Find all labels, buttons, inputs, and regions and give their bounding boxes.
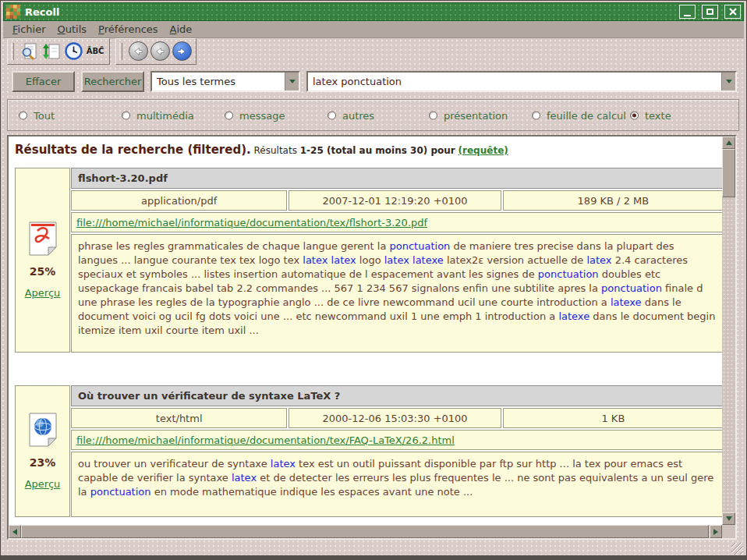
scrollbar-corner [722, 525, 735, 538]
next-page-button[interactable] [171, 41, 193, 62]
toolbar-group-tools: ÂBĈ [7, 38, 110, 65]
document-sort-icon [42, 42, 61, 61]
search-mode-value: Tous les termes [152, 76, 285, 87]
sort-parameters-button[interactable] [41, 41, 62, 62]
advanced-search-button[interactable] [19, 41, 41, 62]
scroll-right-button[interactable] [710, 525, 722, 538]
menu-bar: Fichier Outils Préférences Aide [3, 21, 744, 38]
clear-button[interactable]: Effacer [12, 71, 75, 92]
relevance-percent: 23% [30, 456, 56, 469]
toolbar-handle[interactable] [11, 43, 14, 60]
search-button[interactable]: Rechercher [81, 71, 144, 92]
scroll-up-button[interactable] [722, 136, 735, 149]
result-url-link[interactable]: file:///home/michael/informatique/docume… [76, 434, 455, 446]
result-size: 1 KB [503, 408, 722, 428]
vertical-scrollbar-track[interactable] [722, 197, 735, 512]
html-file-icon [28, 413, 58, 447]
filter-message[interactable]: message [225, 109, 285, 121]
result-title: flshort-3.20.pdf [71, 168, 722, 189]
minimize-button[interactable] [679, 5, 696, 19]
toolbar-group-navigation [115, 38, 196, 65]
toolbar-handle[interactable] [119, 43, 122, 60]
result-side-panel: 23% Aperçu [15, 385, 70, 517]
horizontal-scrollbar[interactable] [9, 525, 722, 538]
arrow-left-icon [129, 41, 148, 61]
title-bar: Recoll [3, 2, 744, 21]
resize-grip[interactable] [731, 543, 743, 555]
preview-link[interactable]: Aperçu [25, 287, 61, 299]
result-item: 23% Aperçu Où trouver un vérificateur de… [15, 385, 722, 517]
result-url-row: file:///home/michael/informatique/docume… [71, 430, 722, 450]
menu-aide[interactable]: Aide [170, 23, 193, 35]
radio-icon[interactable] [122, 111, 130, 119]
filter-texte[interactable]: texte [630, 109, 671, 121]
vertical-scrollbar[interactable] [722, 136, 735, 525]
category-filter-panel: Tout multimédia message autres présentat… [7, 99, 739, 131]
close-icon [729, 8, 737, 16]
result-side-panel: 25% Aperçu [15, 168, 70, 353]
scroll-left-button[interactable] [9, 525, 21, 538]
chevron-down-icon [726, 80, 732, 83]
menu-preferences[interactable]: Préférences [98, 23, 158, 35]
query-history-dropdown-button[interactable] [721, 73, 735, 90]
radio-icon[interactable] [19, 111, 27, 119]
result-snippet: ou trouver un verificateur de syntaxe la… [71, 452, 722, 517]
filter-presentation[interactable]: présentation [429, 109, 508, 121]
recoll-window: Recoll Fichier Outils Préférences Aide [0, 0, 747, 560]
arrow-down-icon [726, 516, 732, 521]
result-mime: application/pdf [71, 190, 287, 211]
filter-multimedia[interactable]: multimédia [122, 109, 194, 121]
results-viewport: Résultats de la recherche (filtered). Ré… [9, 136, 722, 525]
result-date: 2007-12-01 12:19:20 +0100 [289, 190, 501, 211]
minimize-icon [684, 15, 691, 16]
radio-icon[interactable] [532, 111, 540, 119]
dropdown-button[interactable] [285, 73, 299, 90]
filter-autres[interactable]: autres [327, 109, 374, 121]
maximize-button[interactable] [702, 5, 718, 19]
recoll-app-icon [6, 5, 20, 19]
query-combobox [306, 71, 737, 92]
result-main: flshort-3.20.pdf application/pdf 2007-12… [71, 168, 722, 353]
result-url-link[interactable]: file:///home/michael/informatique/docume… [76, 217, 427, 229]
results-title: Résultats de la recherche (filtered). [15, 143, 251, 157]
term-explorer-button[interactable]: ÂBĈ [84, 41, 106, 62]
search-mode-select[interactable]: Tous les termes [150, 71, 300, 92]
radio-icon[interactable] [429, 111, 437, 119]
close-button[interactable] [724, 5, 741, 19]
pdf-file-icon [28, 222, 58, 256]
maximize-icon [706, 9, 713, 15]
menu-fichier[interactable]: Fichier [12, 23, 46, 35]
result-meta-row: application/pdf 2007-12-01 12:19:20 +010… [71, 190, 722, 211]
radio-icon[interactable] [630, 111, 639, 119]
filter-feuille-de-calcul[interactable]: feuille de calcul [532, 109, 626, 121]
search-query-input[interactable] [308, 76, 721, 87]
arrow-left-icon [12, 529, 17, 535]
first-page-button[interactable] [127, 41, 149, 62]
results-area: Résultats de la recherche (filtered). Ré… [7, 135, 737, 540]
relevance-percent: 25% [30, 265, 56, 278]
tool-bar: ÂBĈ [3, 38, 744, 64]
result-main: Où trouver un vérificateur de syntaxe La… [71, 385, 722, 517]
arrow-right-icon [172, 41, 192, 61]
filter-tout[interactable]: Tout [19, 109, 55, 121]
window-title: Recoll [25, 6, 673, 18]
scroll-down-button[interactable] [722, 512, 735, 525]
arrow-up-icon [726, 140, 732, 145]
results-range: 1-25 (total au moins 30) pour [300, 145, 455, 156]
document-magnifier-icon [20, 42, 39, 61]
horizontal-scrollbar-thumb[interactable] [21, 525, 709, 538]
query-details-link[interactable]: (requête) [458, 145, 508, 156]
preview-link[interactable]: Aperçu [25, 478, 61, 490]
vertical-scrollbar-thumb[interactable] [722, 149, 735, 197]
radio-icon[interactable] [327, 111, 336, 119]
results-label: Résultats [254, 145, 297, 156]
chevron-down-icon [289, 80, 296, 83]
result-mime: text/html [71, 408, 287, 428]
radio-icon[interactable] [225, 111, 233, 119]
result-meta-row: text/html 2000-12-06 15:03:30 +0100 1 KB [71, 408, 722, 428]
search-row: Effacer Rechercher Tous les termes [12, 71, 737, 92]
menu-outils[interactable]: Outils [58, 23, 87, 35]
arrow-right-icon [713, 529, 718, 535]
previous-page-button[interactable] [149, 41, 171, 62]
history-button[interactable] [62, 41, 84, 62]
